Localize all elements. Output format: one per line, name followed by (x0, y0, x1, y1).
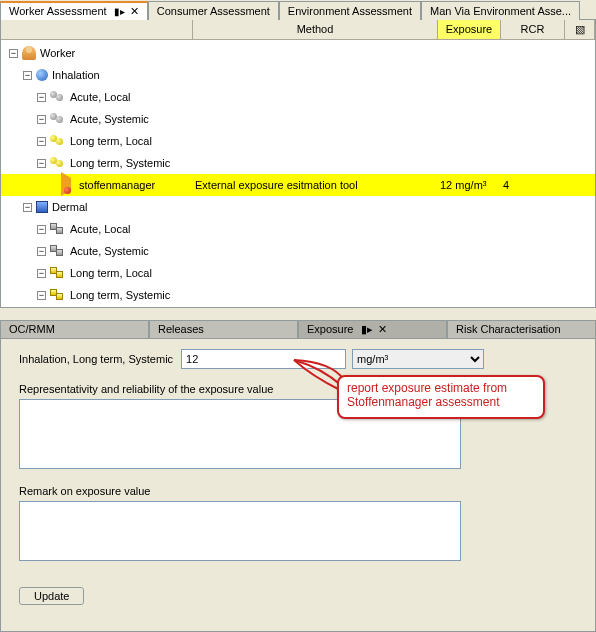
collapse-icon[interactable]: − (37, 93, 46, 102)
subtab-exposure[interactable]: Exposure ▮▸ ✕ (298, 320, 447, 338)
exposure-type-icon (50, 223, 66, 235)
node-label: Acute, Systemic (70, 113, 149, 125)
exposure-type-icon (50, 157, 66, 169)
pin-icon[interactable]: ▮▸ (361, 323, 373, 335)
node-label: Dermal (52, 201, 87, 213)
col-tree-spacer (1, 20, 193, 39)
annotation-callout: report exposure estimate from Stoffenman… (337, 375, 545, 419)
subtab-releases[interactable]: Releases (149, 320, 298, 338)
node-label: Long term, Systemic (70, 157, 170, 169)
collapse-icon[interactable]: − (37, 225, 46, 234)
exposure-type-icon (50, 267, 66, 279)
worker-icon (22, 46, 36, 60)
collapse-icon[interactable]: − (9, 49, 18, 58)
node-label: Acute, Local (70, 91, 131, 103)
node-label: Long term, Local (70, 135, 152, 147)
tree-node-dermal[interactable]: − Dermal (1, 196, 595, 218)
col-end-icon[interactable]: ▧ (565, 20, 595, 39)
tab-man-via-environment[interactable]: Man Via Environment Asse... (421, 1, 580, 20)
tree-node-acute-systemic[interactable]: − Acute, Systemic (1, 108, 595, 130)
collapse-icon[interactable]: − (37, 269, 46, 278)
collapse-icon[interactable]: − (23, 203, 32, 212)
tree-node-inhalation[interactable]: − Inhalation (1, 64, 595, 86)
exposure-type-icon (50, 91, 66, 103)
collapse-icon[interactable]: − (37, 247, 46, 256)
exposure-type-icon (50, 135, 66, 147)
tree-node-dermal-longterm-local[interactable]: − Long term, Local (1, 262, 595, 284)
tree-node-worker[interactable]: − Worker (1, 42, 595, 64)
tab-worker-assessment[interactable]: Worker Assessment ▮▸ ✕ (0, 1, 148, 20)
node-label: Long term, Systemic (70, 289, 170, 301)
col-rcr[interactable]: RCR (501, 20, 565, 39)
tree-node-dermal-acute-local[interactable]: − Acute, Local (1, 218, 595, 240)
route-label: Inhalation, Long term, Systemic (19, 353, 173, 365)
tree-header: Method Exposure RCR ▧ (1, 20, 595, 40)
tab-label: Consumer Assessment (157, 5, 270, 17)
node-label: Inhalation (52, 69, 100, 81)
pin-icon[interactable]: ▮▸ (114, 6, 125, 17)
leaf-method: External exposure esitmation tool (193, 179, 438, 191)
assessment-tree-panel: Method Exposure RCR ▧ − Worker − Inhalat… (0, 20, 596, 308)
collapse-icon[interactable]: − (37, 159, 46, 168)
close-icon[interactable]: ✕ (130, 5, 139, 17)
dermal-icon (36, 201, 48, 213)
update-button[interactable]: Update (19, 587, 84, 605)
tab-label: Worker Assessment (9, 5, 107, 17)
unit-select[interactable]: mg/m³ (352, 349, 484, 369)
tab-environment-assessment[interactable]: Environment Assessment (279, 1, 421, 20)
collapse-icon[interactable]: − (37, 291, 46, 300)
leaf-exposure: 12 mg/m³ (438, 179, 501, 191)
exposure-type-icon (50, 289, 66, 301)
node-label: Acute, Systemic (70, 245, 149, 257)
tool-icon (61, 178, 75, 192)
exposure-type-icon (50, 245, 66, 257)
subtab-risk-characterisation[interactable]: Risk Characterisation (447, 320, 596, 338)
tree-leaf-stoffenmanager[interactable]: stoffenmanager External exposure esitmat… (1, 174, 595, 196)
node-label: Worker (40, 47, 75, 59)
close-icon[interactable]: ✕ (378, 323, 387, 335)
subtab-oc-rmm[interactable]: OC/RMM (0, 320, 149, 338)
tree-node-dermal-acute-systemic[interactable]: − Acute, Systemic (1, 240, 595, 262)
col-exposure[interactable]: Exposure (438, 20, 501, 39)
subtab-label: Releases (158, 323, 204, 335)
tree-node-longterm-systemic[interactable]: − Long term, Systemic (1, 152, 595, 174)
tab-consumer-assessment[interactable]: Consumer Assessment (148, 1, 279, 20)
callout-text: report exposure estimate from Stoffenman… (347, 381, 507, 409)
remark-textarea[interactable] (19, 501, 461, 561)
tab-label: Environment Assessment (288, 5, 412, 17)
sub-tab-bar: OC/RMM Releases Exposure ▮▸ ✕ Risk Chara… (0, 320, 596, 338)
node-label: Long term, Local (70, 267, 152, 279)
inhalation-icon (36, 69, 48, 81)
top-tab-bar: Worker Assessment ▮▸ ✕ Consumer Assessme… (0, 0, 596, 20)
leaf-rcr: 4 (501, 179, 565, 191)
collapse-icon[interactable]: − (37, 137, 46, 146)
subtab-label: OC/RMM (9, 323, 55, 335)
tab-label: Man Via Environment Asse... (430, 5, 571, 17)
collapse-icon[interactable]: − (37, 115, 46, 124)
tree-node-dermal-longterm-systemic[interactable]: − Long term, Systemic (1, 284, 595, 306)
collapse-icon[interactable]: − (23, 71, 32, 80)
node-label: Acute, Local (70, 223, 131, 235)
tree-node-longterm-local[interactable]: − Long term, Local (1, 130, 595, 152)
remark-label: Remark on exposure value (19, 485, 577, 497)
tree-node-acute-local[interactable]: − Acute, Local (1, 86, 595, 108)
subtab-label: Risk Characterisation (456, 323, 561, 335)
subtab-label: Exposure (307, 323, 353, 335)
leaf-label: stoffenmanager (79, 179, 155, 191)
exposure-type-icon (50, 113, 66, 125)
tree-body: − Worker − Inhalation − Acute, Local − (1, 40, 595, 308)
col-method[interactable]: Method (193, 20, 438, 39)
